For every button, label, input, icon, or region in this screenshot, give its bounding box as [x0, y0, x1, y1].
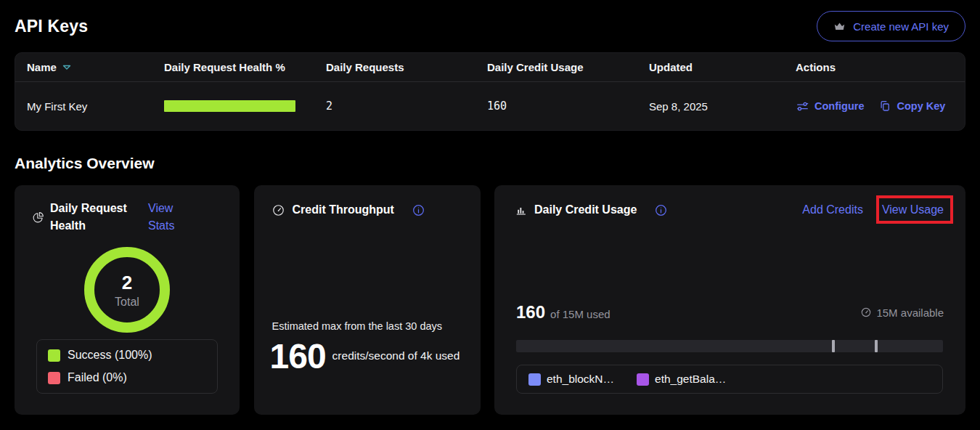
legend-label: eth_blockN…: [547, 373, 614, 386]
info-icon[interactable]: [654, 203, 668, 217]
copy-icon: [878, 100, 891, 113]
card-header: Daily Request Health View Stats: [29, 200, 225, 235]
copy-key-button[interactable]: Copy Key: [878, 100, 945, 113]
throughput-subtitle: Estimated max from the last 30 days: [272, 320, 443, 332]
donut-total-value: 2: [122, 272, 132, 294]
usage-summary-row: 160 of 15M used 15M available: [516, 302, 944, 322]
legend-label: Success (100%): [68, 349, 152, 362]
add-credits-link[interactable]: Add Credits: [802, 203, 863, 216]
legend-item-eth-blocknumber: eth_blockN…: [528, 373, 614, 386]
legend-item-failed: Failed (0%): [48, 371, 206, 384]
success-swatch: [48, 349, 60, 362]
legend-label: Failed (0%): [68, 371, 127, 384]
legend-item-eth-getbalance: eth_getBala…: [637, 373, 726, 386]
request-health-donut-chart: 2 Total: [84, 247, 170, 333]
gauge-icon: [271, 203, 285, 217]
create-button-label: Create new API key: [853, 20, 949, 33]
progress-tick: [875, 340, 878, 352]
card-links: Add Credits View Usage: [802, 203, 944, 216]
copy-key-label: Copy Key: [897, 100, 945, 112]
configure-label: Configure: [814, 100, 864, 112]
health-legend: Success (100%) Failed (0%): [36, 339, 218, 394]
column-header-updated: Updated: [649, 61, 796, 73]
sliders-icon: [796, 100, 809, 113]
crown-icon: [833, 20, 846, 33]
card-header: Daily Credit Usage Add Credits View Usag…: [515, 201, 944, 219]
key-name: My First Key: [27, 100, 164, 113]
column-header-health: Daily Request Health %: [164, 61, 326, 73]
credits-available: 15M available: [860, 307, 944, 319]
column-header-daily-requests: Daily Requests: [326, 61, 487, 73]
throughput-value-row: 160 credits/second of 4k used: [270, 336, 467, 376]
card-title: Credit Throughput: [293, 201, 394, 219]
eth-getbalance-swatch: [637, 373, 649, 386]
eth-blocknumber-swatch: [528, 373, 541, 386]
view-usage-link[interactable]: View Usage: [882, 203, 944, 216]
column-header-actions: Actions: [796, 61, 953, 73]
throughput-unit: credits/second of 4k used: [332, 347, 467, 365]
page-header: API Keys Create new API key: [0, 0, 980, 52]
credits-used-suffix: of 15M used: [550, 308, 611, 320]
create-new-api-key-button[interactable]: Create new API key: [817, 11, 965, 41]
daily-request-health-card: Daily Request Health View Stats 2 Total …: [15, 185, 240, 415]
view-stats-link[interactable]: View Stats: [148, 200, 181, 235]
card-title: Daily Credit Usage: [534, 201, 637, 219]
daily-credit-usage-value: 160: [487, 100, 649, 113]
column-header-name[interactable]: Name: [27, 61, 164, 73]
usage-legend: eth_blockN… eth_getBala…: [516, 365, 943, 394]
analytics-cards: Daily Request Health View Stats 2 Total …: [15, 185, 965, 415]
progress-fill: [516, 340, 943, 352]
card-header: Credit Throughput: [271, 201, 463, 219]
sort-chevron-down-icon[interactable]: [62, 65, 71, 70]
page-title: API Keys: [15, 17, 88, 36]
configure-button[interactable]: Configure: [796, 100, 864, 113]
progress-tick: [832, 340, 835, 352]
card-title: Daily Request Health: [50, 200, 139, 235]
failed-swatch: [48, 372, 60, 384]
daily-requests-value: 2: [326, 100, 487, 113]
info-icon[interactable]: [412, 203, 425, 217]
gauge-small-icon: [860, 307, 872, 318]
legend-item-success: Success (100%): [48, 349, 206, 362]
donut-total-label: Total: [115, 296, 139, 309]
column-header-daily-credit-usage: Daily Credit Usage: [487, 61, 649, 73]
bar-chart-icon: [515, 204, 527, 216]
health-bar: [164, 100, 295, 112]
credits-available-label: 15M available: [876, 307, 944, 319]
credit-throughput-card: Credit Throughput Estimated max from the…: [254, 185, 481, 415]
view-usage-wrapper: View Usage: [882, 203, 944, 216]
throughput-value: 160: [270, 336, 326, 376]
updated-value: Sep 8, 2025: [649, 100, 796, 113]
table-row: My First Key 2 160 Sep 8, 2025 Configure…: [15, 82, 965, 130]
row-actions: Configure Copy Key: [796, 100, 953, 113]
pie-chart-icon: [32, 211, 44, 224]
credit-usage-progress-bar: [516, 340, 943, 352]
table-header-row: Name Daily Request Health % Daily Reques…: [15, 53, 965, 82]
analytics-section-title: Analytics Overview: [15, 155, 965, 172]
credits-used-value: 160: [516, 302, 545, 322]
daily-credit-usage-card: Daily Credit Usage Add Credits View Usag…: [494, 185, 965, 415]
legend-label: eth_getBala…: [655, 373, 726, 386]
health-bar-cell: [164, 100, 326, 112]
api-keys-table: Name Daily Request Health % Daily Reques…: [15, 52, 965, 131]
